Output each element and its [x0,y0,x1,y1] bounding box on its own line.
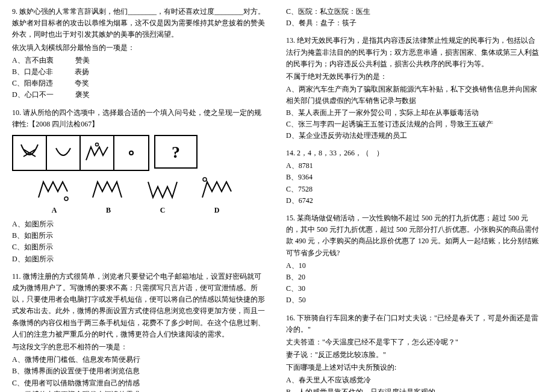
q9-opt-b: B、口是心非 表扬 [12,66,268,78]
q10-ans-c: C [145,173,181,216]
q10-label-c: C [160,205,166,216]
q13-stem: 13. 绝对无效民事行为，是指其内容违反法律禁止性规定的民事行为，包括以合法行为… [286,35,542,70]
q16-line3: 妻子说："反正感觉比较冻脸。" [286,349,542,361]
q16-line1: 16. 下班骑自行车回来的妻子在门口对丈夫说："已经是春天了，可是外面还是雷冷的… [286,313,542,335]
q10-options: A、如图所示 B、如图所示 C、如图所示 D、如图所示 [12,219,268,265]
q16-options: A、春天里人不应该感觉冷 B、人的感觉是靠不住的，只有温度计是客观的 C、春天到… [286,375,542,392]
q9-opt-a: A、言不由衷 赞美 [12,55,268,66]
q15-options: A、10 B、20 C、30 D、50 [286,260,542,306]
q12-opt-d: D、餐具：盘子：筷子 [286,17,542,29]
q10-label-a: A [52,205,57,216]
q10-opt-d: D、如图所示 [12,254,268,265]
q9-options: A、言不由衷 赞美 B、口是心非 表扬 C、阳奉阴违 夸奖 D、心口不一 褒奖 [12,55,268,101]
q13-opt-b: B、某人表面上开了一家外贸公司，实际上却在从事贩毒活动 [286,107,542,119]
q14-options: A、8781 B、9364 C、7528 D、6742 [286,160,542,207]
q11-stem: 11. 微博注册的方式很简单，浏览者只要登记个电子邮箱地址，设置好密码就可成为微… [12,271,268,340]
q11-opt-c: C、使用者可以借助微博宣泄自己的情感 [12,378,268,389]
q11-opt-b: B、微博界面的设置便于使用者浏览信息 [12,366,268,377]
question-16: 16. 下班骑自行车回来的妻子在门口对丈夫说："已经是春天了，可是外面还是雷冷的… [286,313,542,393]
question-11: 11. 微博注册的方式很简单，浏览者只要登记个电子邮箱地址，设置好密码就可成为微… [12,271,268,392]
q10-label-d: D [214,205,220,216]
q16-line4: 下面哪项是上述对话中夫所预设的: [286,362,542,373]
q13-options: A、两家汽车生产商为了骗取国家新能源汽车补贴，私下交换销售信息并向国家相关部门提… [286,84,542,142]
q10-opt-c: C、如图所示 [12,241,268,253]
svg-point-0 [96,143,99,146]
q10-figure-row: ? [12,135,268,171]
q10-label-b: B [106,205,111,216]
q16-opt-a: A、春天里人不应该感觉冷 [286,375,542,386]
right-column: C、医院：私立医院：医生 D、餐具：盘子：筷子 13. 绝对无效民事行为，是指其… [286,6,542,392]
q14-opt-c: C、7528 [286,184,542,195]
q10-opt-b: B、如图所示 [12,230,268,241]
q9-stem2: 依次填入划横线部分最恰当的一项是： [12,42,268,54]
q10-given-group [12,135,149,171]
q15-opt-b: B、20 [286,272,542,283]
q9-opt-d: D、心口不一 褒奖 [12,89,268,101]
q15-opt-d: D、50 [286,294,542,306]
svg-text:?: ? [172,143,180,161]
q13-stem2: 不属于绝对无效民事行为的是： [286,71,542,82]
q14-opt-b: B、9364 [286,172,542,183]
question-9: 9. 嫉妒心强的人常常言辞讽刺，他们________，有时还喜欢过度______… [12,6,268,101]
q16-opt-b: B、人的感觉是靠不住的，只有温度计是客观的 [286,387,542,392]
q10-ans-a: A [36,173,72,216]
q10-ans-d: D [199,173,235,216]
q14-stem: 14. 2，4，8，33，266，（ ） [286,148,542,159]
q12-opt-c: C、医院：私立医院：医生 [286,6,542,17]
q10-fig-3 [81,136,114,170]
question-10: 10. 请从所给的四个选项中，选择最合适的一个填入问号处，使之呈现一定的规律性:… [12,107,268,265]
svg-point-1 [129,151,133,155]
question-13: 13. 绝对无效民事行为，是指其内容违反法律禁止性规定的民事行为，包括以合法行为… [286,35,542,142]
q14-opt-a: A、8781 [286,160,542,172]
q11-opt-d: D、微博的内容更迎合现代人阅读的需求 [12,389,268,392]
q11-stem2: 与这段文字的意思不相符的一项是： [12,341,268,353]
q11-options: A、微博使用门槛低、信息发布简便易行 B、微博界面的设置便于使用者浏览信息 C、… [12,354,268,392]
q13-opt-a: A、两家汽车生产商为了骗取国家新能源汽车补贴，私下交换销售信息并向国家相关部门提… [286,84,542,107]
q10-ans-b: B [90,173,126,216]
q15-stem: 15. 某商场做促销活动，一次性购物不超过 500 元的打九折优惠；超过 500… [286,213,542,259]
q13-opt-c: C、张三与李四一起诱骗王五签订违反法规的合同，导致王五破产 [286,119,542,130]
q15-opt-c: C、30 [286,283,542,294]
question-14: 14. 2，4，8，33，266，（ ） A、8781 B、9364 C、752… [286,148,542,207]
svg-point-4 [203,178,207,181]
q10-fig-4 [114,136,148,170]
q10-fig-1 [13,136,47,170]
svg-point-3 [64,197,68,201]
q12-extra-options: C、医院：私立医院：医生 D、餐具：盘子：筷子 [286,6,542,29]
q10-fig-2 [47,136,81,170]
q15-opt-a: A、10 [286,260,542,272]
q13-opt-d: D、某企业违反劳动法处理违规的员工 [286,130,542,142]
q11-opt-a: A、微博使用门槛低、信息发布简便易行 [12,354,268,366]
q9-opt-c: C、阳奉阴违 夸奖 [12,78,268,89]
q16-line2: 丈夫答道："今天温度已经不是零下了，怎么还冷呢？" [286,337,542,348]
q14-opt-d: D、6742 [286,195,542,207]
q10-stem: 10. 请从所给的四个选项中，选择最合适的一个填入问号处，使之呈现一定的规律性:… [12,107,268,130]
q10-answer-row: A B C D [36,173,268,216]
q10-opt-a: A、如图所示 [12,219,268,230]
left-column: 9. 嫉妒心强的人常常言辞讽刺，他们________，有时还喜欢过度______… [12,6,268,392]
q9-stem: 9. 嫉妒心强的人常常言辞讽刺，他们________，有时还喜欢过度______… [12,6,268,41]
question-15: 15. 某商场做促销活动，一次性购物不超过 500 元的打九折优惠；超过 500… [286,213,542,306]
q10-fig-question: ? [154,135,198,169]
